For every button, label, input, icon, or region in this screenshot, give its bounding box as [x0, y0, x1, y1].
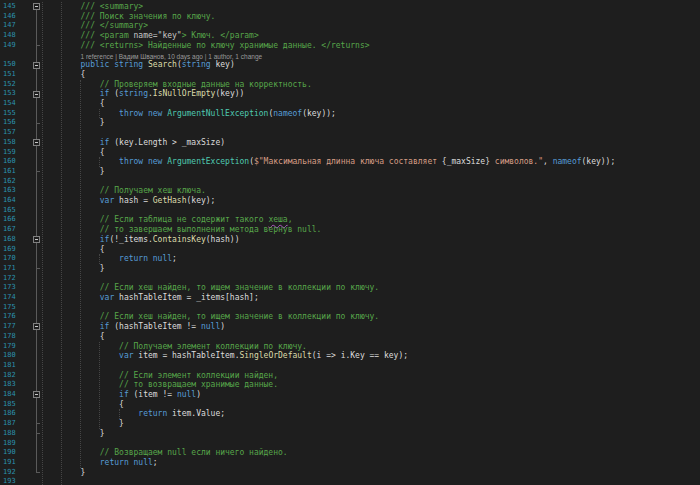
line-number[interactable]: 148 [3, 31, 25, 41]
line-number[interactable]: 192 [3, 468, 25, 478]
code-line[interactable]: 187 } [0, 419, 700, 429]
code-line[interactable]: 156 } [0, 118, 700, 128]
code-line[interactable]: 146 /// Поиск значения по ключу. [0, 12, 700, 22]
code-line[interactable]: 157 [0, 128, 700, 138]
code-line[interactable]: 170 return null; [0, 254, 700, 264]
code-line[interactable]: 172 [0, 274, 700, 284]
line-number[interactable]: 188 [3, 429, 25, 439]
code-line[interactable]: 166 // Если таблица не содержит такого х… [0, 215, 700, 225]
line-number[interactable]: 178 [3, 332, 25, 342]
fold-toggle-icon[interactable] [33, 236, 40, 243]
code-line[interactable]: 168 if(!_items.ContainsKey(hash)) [0, 235, 700, 245]
code-line[interactable]: 159 { [0, 148, 700, 158]
code-line[interactable]: 167 // то завершаем выполнения метода ве… [0, 225, 700, 235]
code-line[interactable]: 189 [0, 439, 700, 449]
line-number[interactable]: 183 [3, 380, 25, 390]
code-line[interactable]: 155 throw new ArgumentNullException(name… [0, 109, 700, 119]
line-number[interactable]: 155 [3, 109, 25, 119]
line-number[interactable]: 164 [3, 196, 25, 206]
code-line[interactable]: 162 [0, 177, 700, 187]
code-line[interactable]: 163 // Получаем хеш ключа. [0, 186, 700, 196]
line-number[interactable]: 171 [3, 264, 25, 274]
line-number[interactable]: 153 [3, 89, 25, 99]
line-number[interactable]: 169 [3, 245, 25, 255]
code-line[interactable]: 177 if (hashTableItem != null) [0, 322, 700, 332]
code-line[interactable]: 186 return item.Value; [0, 409, 700, 419]
code-line[interactable]: 151 { [0, 70, 700, 80]
line-number[interactable]: 152 [3, 80, 25, 90]
line-number[interactable]: 168 [3, 235, 25, 245]
line-number[interactable]: 145 [3, 2, 25, 12]
code-line[interactable]: 145 /// <summary> [0, 2, 700, 12]
fold-toggle-icon[interactable] [33, 139, 40, 146]
code-line[interactable]: 192 } [0, 468, 700, 478]
line-number[interactable]: 191 [3, 458, 25, 468]
code-line[interactable]: 175 [0, 303, 700, 313]
line-number[interactable]: 161 [3, 167, 25, 177]
code-line[interactable]: 176 // Если хеш найден, то ищем значение… [0, 312, 700, 322]
code-line[interactable]: 150 public string Search(string key) [0, 60, 700, 70]
line-number[interactable]: 165 [3, 206, 25, 216]
line-number[interactable]: 176 [3, 312, 25, 322]
line-number[interactable]: 173 [3, 283, 25, 293]
code-line[interactable]: 153 if (string.IsNullOrEmpty(key)) [0, 89, 700, 99]
line-number[interactable]: 162 [3, 177, 25, 187]
code-line[interactable]: 165 [0, 206, 700, 216]
line-number[interactable]: 189 [3, 439, 25, 449]
line-number[interactable]: 150 [3, 60, 25, 70]
code-line[interactable]: 158 if (key.Length > _maxSize) [0, 138, 700, 148]
line-number[interactable]: 184 [3, 390, 25, 400]
line-number[interactable]: 154 [3, 99, 25, 109]
code-line[interactable]: 180 var item = hashTableItem.SingleOrDef… [0, 351, 700, 361]
fold-toggle-icon[interactable] [33, 391, 40, 398]
line-number[interactable]: 193 [3, 477, 25, 485]
line-number[interactable]: 146 [3, 12, 25, 22]
fold-toggle-icon[interactable] [33, 3, 40, 10]
line-number[interactable]: 147 [3, 21, 25, 31]
code-line[interactable]: 164 var hash = GetHash(key); [0, 196, 700, 206]
line-number[interactable]: 190 [3, 448, 25, 458]
line-number[interactable]: 182 [3, 371, 25, 381]
line-number[interactable]: 175 [3, 303, 25, 313]
fold-toggle-icon[interactable] [33, 323, 40, 330]
code-line[interactable]: 174 var hashTableItem = _items[hash]; [0, 293, 700, 303]
line-number[interactable]: 170 [3, 254, 25, 264]
code-line[interactable]: 190 // Возвращаем null если ничего найде… [0, 448, 700, 458]
line-number[interactable]: 186 [3, 409, 25, 419]
line-number[interactable]: 181 [3, 361, 25, 371]
line-number[interactable]: 160 [3, 157, 25, 167]
code-line[interactable]: 154 { [0, 99, 700, 109]
code-line[interactable]: 169 { [0, 245, 700, 255]
code-line[interactable]: 193 [0, 477, 700, 485]
code-line[interactable]: 171 } [0, 264, 700, 274]
line-number[interactable]: 177 [3, 322, 25, 332]
code-line[interactable]: 152 // Проверяем входные данные на корре… [0, 80, 700, 90]
line-number[interactable]: 180 [3, 351, 25, 361]
code-line[interactable]: 188 } [0, 429, 700, 439]
code-line[interactable]: 148 /// <param name="key"> Ключ. </param… [0, 31, 700, 41]
line-number[interactable]: 167 [3, 225, 25, 235]
code-line[interactable]: 173 // Если хеш найден, то ищем значение… [0, 283, 700, 293]
line-number[interactable]: 172 [3, 274, 25, 284]
code-editor[interactable]: 145 /// <summary>146 /// Поиск значения … [0, 0, 700, 485]
code-line[interactable]: 147 /// </summary> [0, 21, 700, 31]
line-number[interactable]: 151 [3, 70, 25, 80]
code-line[interactable]: 160 throw new ArgumentException($"Максим… [0, 157, 700, 167]
line-number[interactable]: 163 [3, 186, 25, 196]
code-line[interactable]: 181 [0, 361, 700, 371]
code-line[interactable]: 179 // Получаем элемент коллекции по клю… [0, 342, 700, 352]
code-line[interactable]: 149 /// <returns> Найденные по ключу хра… [0, 41, 700, 51]
line-number[interactable]: 185 [3, 400, 25, 410]
codelens-row[interactable]: 1 reference | Вадим Шванов, 10 days ago … [0, 51, 700, 61]
code-line[interactable]: 185 { [0, 400, 700, 410]
code-line[interactable]: 161 } [0, 167, 700, 177]
line-number[interactable]: 159 [3, 148, 25, 158]
line-number[interactable]: 156 [3, 118, 25, 128]
code-line[interactable]: 184 if (item != null) [0, 390, 700, 400]
code-line[interactable]: 183 // то возвращаем хранимые данные. [0, 380, 700, 390]
line-number[interactable]: 166 [3, 215, 25, 225]
line-number[interactable]: 149 [3, 41, 25, 51]
fold-toggle-icon[interactable] [33, 62, 40, 69]
code-line[interactable]: 182 // Если элемент коллекции найден, [0, 371, 700, 381]
line-number[interactable]: 174 [3, 293, 25, 303]
